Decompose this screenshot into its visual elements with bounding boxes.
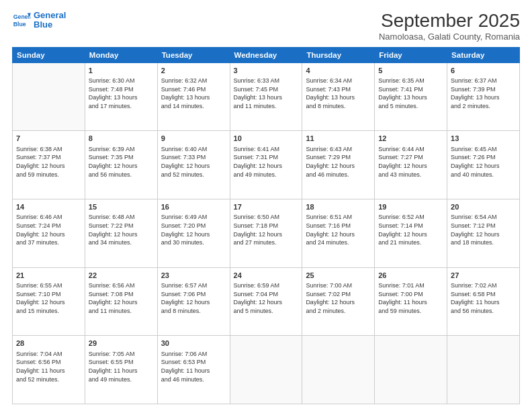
- day-info-line: and 18 minutes.: [451, 238, 516, 247]
- cell-3-0: 21Sunrise: 6:55 AMSunset: 7:10 PMDayligh…: [13, 267, 85, 336]
- day-info-line: Daylight: 13 hours: [234, 93, 299, 102]
- day-number: 29: [89, 338, 154, 349]
- col-header-monday: Monday: [85, 47, 157, 62]
- week-row-2: 14Sunrise: 6:46 AMSunset: 7:24 PMDayligh…: [13, 199, 520, 268]
- day-info-line: Sunset: 7:04 PM: [234, 290, 299, 299]
- cell-4-3: [230, 336, 302, 404]
- cell-0-4: 4Sunrise: 6:34 AMSunset: 7:43 PMDaylight…: [302, 62, 375, 131]
- cell-1-3: 10Sunrise: 6:41 AMSunset: 7:31 PMDayligh…: [230, 131, 302, 199]
- day-number: 23: [161, 271, 226, 281]
- cell-2-3: 17Sunrise: 6:50 AMSunset: 7:18 PMDayligh…: [230, 199, 302, 268]
- day-info-line: and 37 minutes.: [16, 238, 81, 247]
- page: General Blue General Blue September 2025…: [0, 0, 532, 411]
- day-info-line: and 27 minutes.: [234, 238, 299, 247]
- day-info-line: and 34 minutes.: [89, 238, 154, 247]
- day-info-line: Sunset: 6:58 PM: [451, 290, 516, 299]
- col-header-saturday: Saturday: [447, 47, 520, 62]
- day-number: 30: [161, 338, 226, 349]
- day-number: 3: [234, 66, 299, 76]
- day-info-line: Daylight: 12 hours: [234, 298, 299, 307]
- cell-2-2: 16Sunrise: 6:49 AMSunset: 7:20 PMDayligh…: [157, 199, 230, 268]
- day-info-line: Sunrise: 6:57 AM: [161, 281, 226, 290]
- logo-line1: General: [34, 11, 66, 20]
- day-info-line: Daylight: 12 hours: [306, 298, 371, 307]
- day-number: 20: [451, 202, 516, 212]
- day-info-line: and 59 minutes.: [378, 307, 443, 316]
- cell-1-0: 7Sunrise: 6:38 AMSunset: 7:37 PMDaylight…: [13, 131, 85, 199]
- day-info-line: Daylight: 11 hours: [451, 298, 516, 307]
- cell-3-3: 24Sunrise: 6:59 AMSunset: 7:04 PMDayligh…: [230, 267, 302, 336]
- day-info-line: Sunrise: 6:51 AM: [306, 213, 371, 222]
- cell-1-6: 13Sunrise: 6:45 AMSunset: 7:26 PMDayligh…: [447, 131, 520, 199]
- cell-0-2: 2Sunrise: 6:32 AMSunset: 7:46 PMDaylight…: [157, 62, 230, 131]
- day-info-line: Sunrise: 6:56 AM: [89, 281, 154, 290]
- day-number: 16: [161, 202, 226, 212]
- day-number: 15: [89, 202, 154, 212]
- day-info-line: and 24 minutes.: [306, 238, 371, 247]
- month-title: September 2025: [379, 11, 520, 32]
- day-info-line: Daylight: 12 hours: [161, 298, 226, 307]
- day-info-line: Sunset: 7:00 PM: [378, 290, 443, 299]
- day-info-line: and 8 minutes.: [161, 307, 226, 316]
- day-info-line: and 8 minutes.: [306, 102, 371, 111]
- cell-1-5: 12Sunrise: 6:44 AMSunset: 7:27 PMDayligh…: [375, 131, 447, 199]
- day-info-line: and 21 minutes.: [378, 238, 443, 247]
- cell-2-0: 14Sunrise: 6:46 AMSunset: 7:24 PMDayligh…: [13, 199, 85, 268]
- day-info-line: Daylight: 12 hours: [234, 230, 299, 239]
- day-info-line: and 30 minutes.: [161, 238, 226, 247]
- day-number: 8: [89, 134, 154, 144]
- day-info-line: and 59 minutes.: [16, 171, 81, 179]
- day-info-line: Sunset: 7:18 PM: [234, 222, 299, 230]
- day-info-line: Sunset: 7:33 PM: [161, 153, 226, 162]
- day-info-line: Sunrise: 6:39 AM: [89, 145, 154, 154]
- day-info-line: Daylight: 12 hours: [451, 162, 516, 171]
- day-info-line: Sunset: 7:14 PM: [378, 222, 443, 230]
- col-header-sunday: Sunday: [13, 47, 85, 62]
- day-info-line: Sunrise: 6:49 AM: [161, 213, 226, 222]
- day-info-line: Sunrise: 6:50 AM: [234, 213, 299, 222]
- day-info-line: and 43 minutes.: [378, 171, 443, 179]
- cell-0-1: 1Sunrise: 6:30 AMSunset: 7:48 PMDaylight…: [85, 62, 157, 131]
- day-number: 13: [451, 134, 516, 144]
- day-info-line: Daylight: 12 hours: [306, 162, 371, 171]
- col-header-friday: Friday: [375, 47, 447, 62]
- day-info-line: Sunrise: 6:59 AM: [234, 281, 299, 290]
- day-info-line: Sunset: 7:16 PM: [306, 222, 371, 230]
- day-info-line: Sunrise: 6:54 AM: [451, 213, 516, 222]
- day-info-line: and 46 minutes.: [161, 375, 226, 384]
- day-info-line: and 11 minutes.: [89, 307, 154, 316]
- day-info-line: Sunset: 7:02 PM: [306, 290, 371, 299]
- day-number: 11: [306, 134, 371, 144]
- day-info-line: Sunset: 6:53 PM: [161, 358, 226, 367]
- day-info-line: Daylight: 13 hours: [161, 93, 226, 102]
- day-info-line: Daylight: 12 hours: [161, 230, 226, 239]
- day-info-line: Daylight: 12 hours: [161, 162, 226, 171]
- cell-1-1: 8Sunrise: 6:39 AMSunset: 7:35 PMDaylight…: [85, 131, 157, 199]
- day-number: 7: [16, 134, 81, 144]
- day-info-line: and 5 minutes.: [234, 307, 299, 316]
- day-number: 5: [378, 66, 443, 76]
- day-info-line: and 40 minutes.: [451, 171, 516, 179]
- day-info-line: Sunrise: 7:04 AM: [16, 350, 81, 359]
- day-info-line: Daylight: 12 hours: [89, 230, 154, 239]
- day-number: 4: [306, 66, 371, 76]
- day-number: 9: [161, 134, 226, 144]
- day-info-line: and 15 minutes.: [16, 307, 81, 316]
- col-header-tuesday: Tuesday: [157, 47, 230, 62]
- day-info-line: Daylight: 13 hours: [306, 93, 371, 102]
- day-info-line: Sunrise: 6:38 AM: [16, 145, 81, 154]
- day-info-line: Sunrise: 6:37 AM: [451, 77, 516, 85]
- day-info-line: Sunrise: 6:45 AM: [451, 145, 516, 154]
- day-number: 21: [16, 271, 81, 281]
- day-number: 18: [306, 202, 371, 212]
- day-info-line: Sunrise: 6:43 AM: [306, 145, 371, 154]
- day-info-line: Sunrise: 6:44 AM: [378, 145, 443, 154]
- day-info-line: and 49 minutes.: [234, 171, 299, 179]
- day-info-line: Sunset: 7:48 PM: [89, 85, 154, 94]
- day-info-line: Sunrise: 6:32 AM: [161, 77, 226, 85]
- day-info-line: Sunset: 6:56 PM: [16, 358, 81, 367]
- day-info-line: Sunrise: 6:40 AM: [161, 145, 226, 154]
- day-info-line: Sunrise: 6:30 AM: [89, 77, 154, 85]
- day-number: 6: [451, 66, 516, 76]
- day-info-line: and 2 minutes.: [451, 102, 516, 111]
